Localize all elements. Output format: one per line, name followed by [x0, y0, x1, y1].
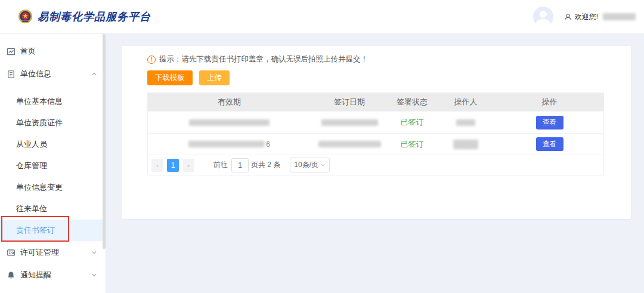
- page-size-value: 10条/页: [294, 160, 318, 170]
- license-icon: [7, 248, 16, 257]
- pagination: ‹ 1 › 前往 页共 2 条 10条/页: [148, 155, 603, 175]
- download-template-button[interactable]: 下载模板: [147, 70, 193, 85]
- brand: 易制毒化学品服务平台: [0, 9, 151, 24]
- col-header-validity: 有效期: [148, 97, 311, 107]
- sidebar-item-label: 许可证管理: [20, 247, 59, 258]
- col-header-status: 签署状态: [388, 97, 436, 107]
- chevron-down-icon: [91, 272, 97, 278]
- upload-button[interactable]: 上传: [199, 70, 230, 85]
- page-1-button[interactable]: 1: [167, 159, 179, 172]
- sidebar-item-unit-basic-info[interactable]: 单位基本信息: [0, 91, 106, 112]
- col-header-sign-date: 签订日期: [311, 97, 388, 107]
- sidebar-item-employees[interactable]: 从业人员: [0, 134, 106, 155]
- table-row: 已签订 查看: [148, 111, 603, 133]
- operator-cell: [436, 119, 496, 126]
- table-row: 6 已签订 查看: [148, 133, 603, 155]
- validity-cell: 6: [148, 140, 311, 149]
- status-cell: 已签订: [388, 117, 436, 128]
- sign-date-cell: [311, 119, 388, 126]
- responsibility-table: 有效期 签订日期 签署状态 操作人 操作 已签订 查看 6: [147, 92, 604, 175]
- status-badge: 已签订: [401, 117, 424, 128]
- sidebar-item-license-mgmt[interactable]: 许可证管理: [0, 241, 106, 264]
- action-cell: 查看: [496, 116, 603, 129]
- sidebar-item-label: 首页: [20, 46, 36, 57]
- unit-info-submenu: 单位基本信息 单位资质证件 从业人员 仓库管理 单位信息变更 往来单位 责任书签…: [0, 91, 106, 241]
- goto-page-input[interactable]: [231, 158, 249, 172]
- goto-label: 前往: [213, 160, 228, 170]
- redacted-validity: [189, 119, 270, 126]
- bell-icon: [7, 271, 16, 280]
- next-page-button[interactable]: ›: [182, 159, 194, 172]
- chevron-up-icon: [91, 71, 97, 77]
- sidebar-item-home[interactable]: 首页: [0, 40, 106, 63]
- sign-date-cell: [311, 141, 388, 147]
- sidebar-item-label: 单位信息: [20, 69, 51, 79]
- tip-text: 提示：请先下载责任书打印盖章，确认无误后拍照上传并提交！: [159, 54, 368, 64]
- chevron-down-icon: [91, 249, 97, 255]
- welcome-text: 欢迎您!: [575, 12, 598, 22]
- status-badge: 已签订: [401, 139, 424, 150]
- redacted-validity: [188, 141, 265, 147]
- prev-page-button[interactable]: ‹: [151, 159, 163, 172]
- header-user-area: 欢迎您!: [533, 7, 644, 27]
- avatar[interactable]: [533, 7, 553, 27]
- tip-bar: ! 提示：请先下载责任书打印盖章，确认无误后拍照上传并提交！: [147, 54, 368, 64]
- sidebar-item-warehouse[interactable]: 仓库管理: [0, 155, 106, 177]
- dashboard-icon: [7, 47, 16, 56]
- total-count-label: 页共 2 条: [251, 160, 280, 170]
- user-icon: [564, 13, 572, 21]
- sidebar-item-unit-info-change[interactable]: 单位信息变更: [0, 177, 106, 198]
- main-content: ! 提示：请先下载责任书打印盖章，确认无误后拍照上传并提交！ 下载模板 上传 有…: [109, 34, 644, 293]
- redacted-sign-date: [318, 141, 381, 147]
- col-header-action: 操作: [496, 97, 603, 107]
- col-header-operator: 操作人: [436, 97, 496, 107]
- page-size-select[interactable]: 10条/页: [290, 158, 330, 172]
- police-emblem-icon: [18, 9, 33, 24]
- validity-visible-digit: 6: [266, 140, 270, 149]
- redacted-sign-date: [321, 119, 378, 126]
- organization-icon: [7, 70, 16, 79]
- warning-icon: !: [147, 55, 156, 64]
- chevron-down-icon: [320, 162, 326, 168]
- sidebar-scrollbar[interactable]: [103, 34, 106, 249]
- validity-cell: [148, 119, 311, 126]
- toolbar: 下载模板 上传: [147, 70, 230, 85]
- status-cell: 已签订: [388, 139, 436, 150]
- app-root: 易制毒化学品服务平台 欢迎您! 首页: [0, 0, 644, 293]
- view-button[interactable]: 查看: [536, 116, 564, 129]
- sidebar-item-unit-info[interactable]: 单位信息: [0, 63, 106, 85]
- operator-cell: [436, 140, 496, 149]
- action-cell: 查看: [496, 137, 603, 151]
- sidebar-item-responsibility-letter[interactable]: 责任书签订: [0, 220, 106, 241]
- sidebar-item-label: 通知提醒: [20, 270, 51, 280]
- table-header-row: 有效期 签订日期 签署状态 操作人 操作: [148, 93, 603, 111]
- sidebar-item-unit-qualification[interactable]: 单位资质证件: [0, 112, 106, 134]
- redacted-operator: [456, 119, 475, 126]
- view-button[interactable]: 查看: [536, 137, 564, 151]
- top-header: 易制毒化学品服务平台 欢迎您!: [0, 0, 644, 34]
- sidebar-item-notifications[interactable]: 通知提醒: [0, 264, 106, 286]
- sidebar: 首页 单位信息 单位基本信息 单位资质证件 从业人员 仓库管理 单位信息变更: [0, 34, 106, 293]
- user-name-redacted: [603, 13, 636, 20]
- content-card: ! 提示：请先下载责任书打印盖章，确认无误后拍照上传并提交！ 下载模板 上传 有…: [122, 46, 631, 219]
- sidebar-item-partners[interactable]: 往来单位: [0, 198, 106, 220]
- redacted-operator: [453, 140, 478, 149]
- page-title: 易制毒化学品服务平台: [38, 10, 151, 24]
